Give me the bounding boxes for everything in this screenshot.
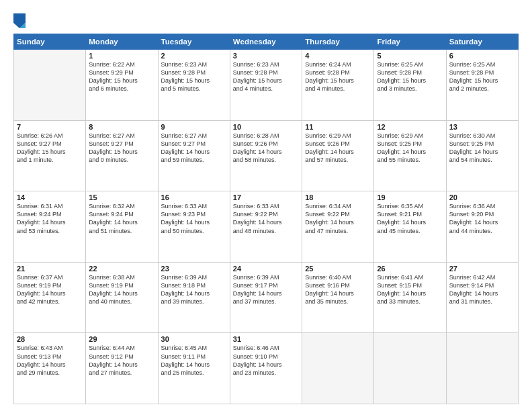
cell-line: Sunrise: 6:22 AM (89, 60, 154, 68)
cell-line: Sunrise: 6:24 AM (305, 60, 371, 68)
cell-line: Sunrise: 6:23 AM (233, 60, 299, 68)
cell-line: and 47 minutes. (305, 227, 371, 235)
cell-line: Daylight: 14 hours (161, 289, 227, 298)
weekday-header: Saturday (446, 34, 518, 50)
cell-line: Daylight: 14 hours (17, 289, 83, 298)
cell-line: Sunrise: 6:23 AM (161, 60, 227, 68)
day-number: 25 (305, 265, 371, 273)
cell-line: Sunset: 9:10 PM (233, 353, 299, 361)
cell-line: and 58 minutes. (233, 156, 299, 164)
calendar-body: 1Sunrise: 6:22 AMSunset: 9:29 PMDaylight… (14, 50, 519, 404)
calendar-cell: 18Sunrise: 6:34 AMSunset: 9:22 PMDayligh… (302, 191, 374, 263)
cell-line: Daylight: 15 hours (89, 148, 154, 156)
day-number: 12 (377, 123, 443, 131)
cell-line: Sunset: 9:25 PM (449, 140, 515, 148)
weekday-header: Monday (86, 34, 158, 50)
calendar-cell (14, 50, 86, 121)
calendar-cell: 14Sunrise: 6:31 AMSunset: 9:24 PMDayligh… (14, 191, 86, 263)
cell-line: Daylight: 14 hours (161, 148, 227, 156)
day-number: 29 (89, 335, 154, 343)
cell-line: and 44 minutes. (449, 227, 515, 235)
cell-line: and 50 minutes. (161, 227, 227, 235)
cell-line: Sunset: 9:28 PM (305, 68, 371, 77)
cell-line: Sunset: 9:29 PM (89, 68, 154, 77)
cell-line: and 53 minutes. (17, 227, 83, 235)
day-number: 10 (233, 123, 299, 131)
cell-line: and 6 minutes. (89, 85, 154, 93)
cell-line: and 51 minutes. (89, 227, 154, 235)
cell-line: and 2 minutes. (449, 85, 515, 93)
cell-line: Sunset: 9:26 PM (305, 140, 371, 148)
cell-line: Sunset: 9:20 PM (449, 210, 515, 218)
calendar-cell: 17Sunrise: 6:33 AMSunset: 9:22 PMDayligh… (230, 191, 302, 263)
calendar-cell: 19Sunrise: 6:35 AMSunset: 9:21 PMDayligh… (374, 191, 446, 263)
cell-line: and 0 minutes. (89, 156, 154, 164)
calendar-week-row: 1Sunrise: 6:22 AMSunset: 9:29 PMDaylight… (14, 50, 519, 121)
cell-line: Daylight: 14 hours (305, 148, 371, 156)
calendar-cell (374, 333, 446, 404)
day-number: 28 (17, 335, 83, 343)
cell-line: and 25 minutes. (161, 369, 227, 377)
calendar-cell: 5Sunrise: 6:25 AMSunset: 9:28 PMDaylight… (374, 50, 446, 121)
cell-line: Sunset: 9:23 PM (161, 210, 227, 218)
cell-line: Sunset: 9:26 PM (233, 140, 299, 148)
cell-line: Daylight: 15 hours (161, 77, 227, 85)
cell-line: Sunrise: 6:33 AM (161, 202, 227, 210)
cell-line: Sunrise: 6:28 AM (233, 132, 299, 140)
day-number: 22 (89, 265, 154, 273)
cell-line: Sunrise: 6:37 AM (17, 273, 83, 281)
cell-line: and 27 minutes. (89, 369, 154, 377)
calendar-cell: 16Sunrise: 6:33 AMSunset: 9:23 PMDayligh… (158, 191, 230, 263)
calendar-cell: 11Sunrise: 6:29 AMSunset: 9:26 PMDayligh… (302, 120, 374, 191)
cell-line: Sunset: 9:17 PM (233, 281, 299, 289)
calendar-cell: 9Sunrise: 6:27 AMSunset: 9:27 PMDaylight… (158, 120, 230, 191)
cell-line: Sunrise: 6:27 AM (161, 132, 227, 140)
cell-line: and 45 minutes. (377, 227, 443, 235)
logo-icon (13, 13, 26, 28)
cell-line: Daylight: 14 hours (449, 148, 515, 156)
cell-line: Sunset: 9:28 PM (449, 68, 515, 77)
cell-line: Sunset: 9:12 PM (89, 353, 154, 361)
day-number: 23 (161, 265, 227, 273)
cell-line: Daylight: 14 hours (305, 218, 371, 226)
cell-line: and 33 minutes. (377, 298, 443, 306)
cell-line: Daylight: 14 hours (233, 361, 299, 369)
day-number: 30 (161, 335, 227, 343)
day-number: 14 (17, 193, 83, 201)
cell-line: Sunset: 9:24 PM (89, 210, 154, 218)
day-number: 5 (377, 52, 443, 60)
cell-line: and 40 minutes. (89, 298, 154, 306)
calendar-cell: 6Sunrise: 6:25 AMSunset: 9:28 PMDaylight… (446, 50, 518, 121)
cell-line: Daylight: 15 hours (233, 77, 299, 85)
cell-line: Sunset: 9:27 PM (89, 140, 154, 148)
cell-line: Sunrise: 6:25 AM (449, 60, 515, 68)
cell-line: and 4 minutes. (305, 85, 371, 93)
cell-line: Sunset: 9:21 PM (377, 210, 443, 218)
cell-line: Sunset: 9:27 PM (161, 140, 227, 148)
day-number: 21 (17, 265, 83, 273)
calendar-cell: 7Sunrise: 6:26 AMSunset: 9:27 PMDaylight… (14, 120, 86, 191)
day-number: 7 (17, 123, 83, 131)
cell-line: and 42 minutes. (17, 298, 83, 306)
day-number: 8 (89, 123, 154, 131)
day-number: 16 (161, 193, 227, 201)
cell-line: and 4 minutes. (233, 85, 299, 93)
day-number: 19 (377, 193, 443, 201)
header (13, 12, 519, 28)
calendar-cell: 26Sunrise: 6:41 AMSunset: 9:15 PMDayligh… (374, 262, 446, 333)
calendar-week-row: 7Sunrise: 6:26 AMSunset: 9:27 PMDaylight… (14, 120, 519, 191)
cell-line: Sunrise: 6:31 AM (17, 202, 83, 210)
cell-line: Sunrise: 6:32 AM (89, 202, 154, 210)
cell-line: and 57 minutes. (305, 156, 371, 164)
cell-line: Sunset: 9:24 PM (17, 210, 83, 218)
calendar-cell: 29Sunrise: 6:44 AMSunset: 9:12 PMDayligh… (86, 333, 158, 404)
calendar-cell: 28Sunrise: 6:43 AMSunset: 9:13 PMDayligh… (14, 333, 86, 404)
cell-line: Sunrise: 6:29 AM (377, 132, 443, 140)
cell-line: Daylight: 14 hours (161, 361, 227, 369)
cell-line: Sunset: 9:28 PM (377, 68, 443, 77)
cell-line: and 23 minutes. (233, 369, 299, 377)
cell-line: Sunset: 9:15 PM (377, 281, 443, 289)
cell-line: Daylight: 14 hours (233, 289, 299, 298)
calendar-cell: 8Sunrise: 6:27 AMSunset: 9:27 PMDaylight… (86, 120, 158, 191)
cell-line: and 29 minutes. (17, 369, 83, 377)
